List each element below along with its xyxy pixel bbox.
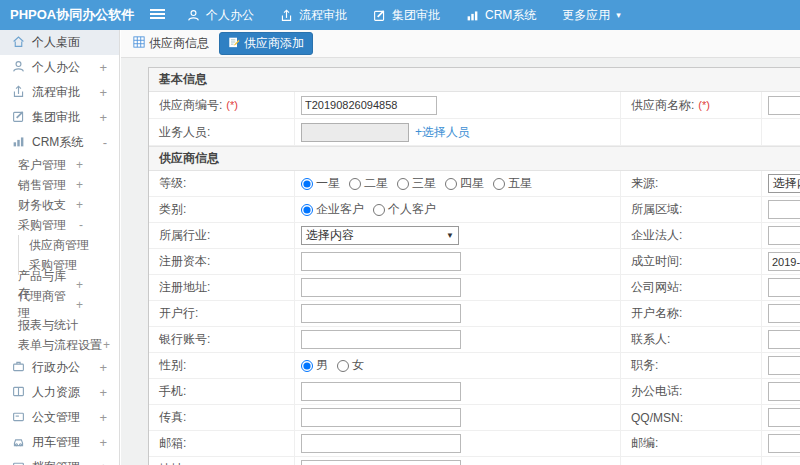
- sidebar-item-agent-mgmt[interactable]: 代理商管理 +: [0, 295, 119, 315]
- legal-person-input[interactable]: [768, 226, 800, 245]
- nav-more-apps[interactable]: 更多应用 ▾: [562, 7, 621, 24]
- mobile-input[interactable]: [301, 382, 461, 401]
- sidebar-item-customer-mgmt[interactable]: 客户管理 +: [0, 155, 119, 175]
- field-cell: 选择内容▼: [761, 171, 800, 196]
- expand-sign[interactable]: +: [99, 110, 107, 125]
- field-label: 地址:: [149, 457, 294, 465]
- website-input[interactable]: [768, 278, 800, 297]
- form-row: 开户行: 开户名称:: [149, 301, 800, 327]
- supplier-no-input[interactable]: [301, 96, 437, 115]
- sidebar-item-personal-office[interactable]: 个人办公 +: [0, 55, 119, 80]
- radio-input[interactable]: [337, 360, 349, 372]
- field-label: 联系人:: [620, 327, 761, 352]
- source-select[interactable]: 选择内容▼: [768, 174, 800, 193]
- level-option-5[interactable]: 五星: [493, 175, 532, 192]
- radio-input[interactable]: [397, 178, 409, 190]
- expand-sign[interactable]: +: [99, 85, 107, 100]
- expand-sign[interactable]: +: [99, 410, 107, 425]
- sidebar-item-supplier-mgmt[interactable]: 供应商管理: [19, 235, 119, 255]
- position-input[interactable]: [768, 356, 800, 375]
- sidebar-item-admin-office[interactable]: 行政办公 +: [0, 355, 119, 380]
- bank-input[interactable]: [301, 304, 461, 323]
- nav-label: 个人办公: [206, 7, 254, 24]
- expand-sign[interactable]: +: [99, 460, 107, 465]
- chart-icon: [12, 135, 25, 151]
- field-cell: [294, 379, 620, 404]
- sidebar-item-official-docs[interactable]: 公文管理 +: [0, 405, 119, 430]
- industry-select[interactable]: 选择内容▼: [301, 226, 459, 245]
- expand-sign[interactable]: +: [99, 60, 107, 75]
- collapse-sign[interactable]: -: [79, 218, 83, 232]
- level-option-4[interactable]: 四星: [445, 175, 484, 192]
- level-option-3[interactable]: 三星: [397, 175, 436, 192]
- form-row: 传真: QQ/MSN:: [149, 405, 800, 431]
- nav-group-approval[interactable]: 集团审批: [373, 7, 440, 24]
- expand-sign[interactable]: +: [99, 360, 107, 375]
- level-option-1[interactable]: 一星: [301, 175, 340, 192]
- sidebar-item-crm-system[interactable]: CRM系统 -: [0, 130, 119, 155]
- expand-sign[interactable]: +: [76, 198, 83, 212]
- sidebar-item-sales-mgmt[interactable]: 销售管理 +: [0, 175, 119, 195]
- sidebar-item-form-flow-settings[interactable]: 表单与流程设置 +: [0, 335, 119, 355]
- sidebar-item-reports[interactable]: 报表与统计: [0, 315, 119, 335]
- zip-input[interactable]: [768, 434, 800, 453]
- expand-sign[interactable]: +: [76, 278, 83, 292]
- sidebar-item-personal-desktop[interactable]: 个人桌面: [0, 30, 119, 55]
- expand-sign[interactable]: +: [99, 385, 107, 400]
- sidebar-item-finance[interactable]: 财务收支 +: [0, 195, 119, 215]
- supplier-name-input[interactable]: [768, 96, 800, 115]
- radio-input[interactable]: [301, 178, 313, 190]
- expand-sign[interactable]: +: [76, 158, 83, 172]
- radio-input[interactable]: [373, 204, 385, 216]
- field-label: 所属行业:: [149, 223, 294, 248]
- radio-input[interactable]: [445, 178, 457, 190]
- nav-crm-system[interactable]: CRM系统: [466, 7, 536, 24]
- sidebar-item-label: 档案管理: [32, 459, 80, 465]
- registered-address-input[interactable]: [301, 278, 461, 297]
- nav-workflow-approval[interactable]: 流程审批: [280, 7, 347, 24]
- radio-input[interactable]: [301, 204, 313, 216]
- qq-msn-input[interactable]: [768, 408, 800, 427]
- tab-supplier-info[interactable]: 供应商信息: [133, 35, 209, 52]
- account-name-input[interactable]: [768, 304, 800, 323]
- bank-account-input[interactable]: [301, 330, 461, 349]
- email-input[interactable]: [301, 434, 461, 453]
- radio-input[interactable]: [301, 360, 313, 372]
- sidebar-item-group-approval[interactable]: 集团审批 +: [0, 105, 119, 130]
- office-phone-input[interactable]: [768, 382, 800, 401]
- gender-option-male[interactable]: 男: [301, 357, 328, 374]
- sidebar-item-archive-mgmt[interactable]: 档案管理 +: [0, 455, 119, 465]
- flow-icon: [280, 9, 293, 22]
- sidebar-item-hr[interactable]: 人力资源 +: [0, 380, 119, 405]
- collapse-sign[interactable]: -: [103, 135, 107, 150]
- founded-time-input[interactable]: [768, 252, 800, 271]
- sidebar-toggle-button[interactable]: [150, 8, 165, 23]
- radio-input[interactable]: [493, 178, 505, 190]
- choose-staff-link[interactable]: +选择人员: [415, 124, 470, 141]
- field-label: [620, 119, 761, 145]
- tab-supplier-add[interactable]: 供应商添加: [219, 32, 313, 55]
- gender-option-female[interactable]: 女: [337, 357, 364, 374]
- expand-sign[interactable]: +: [103, 338, 110, 352]
- region-input[interactable]: [768, 200, 800, 219]
- registered-capital-input[interactable]: [301, 252, 461, 271]
- sidebar-item-workflow-approval[interactable]: 流程审批 +: [0, 80, 119, 105]
- fax-input[interactable]: [301, 408, 461, 427]
- category-option-company[interactable]: 企业客户: [301, 201, 364, 218]
- sidebar-item-purchase-mgmt[interactable]: 采购管理 -: [0, 215, 119, 235]
- expand-sign[interactable]: +: [76, 178, 83, 192]
- contact-input[interactable]: [768, 330, 800, 349]
- staff-input[interactable]: [301, 123, 409, 142]
- form-add-icon: [228, 36, 240, 51]
- sidebar-item-vehicle-mgmt[interactable]: 用车管理 +: [0, 430, 119, 455]
- nav-personal-office[interactable]: 个人办公: [187, 7, 254, 24]
- sidebar-item-label: 表单与流程设置: [18, 337, 102, 354]
- expand-sign[interactable]: +: [99, 435, 107, 450]
- address-input[interactable]: [301, 460, 461, 465]
- sidebar-item-label: 人力资源: [32, 384, 80, 401]
- level-option-2[interactable]: 二星: [349, 175, 388, 192]
- category-option-personal[interactable]: 个人客户: [373, 201, 436, 218]
- crm-submenu: 客户管理 + 销售管理 + 财务收支 + 采购管理 - 供应商管理 采购管理: [0, 155, 119, 355]
- expand-sign[interactable]: +: [76, 298, 83, 312]
- radio-input[interactable]: [349, 178, 361, 190]
